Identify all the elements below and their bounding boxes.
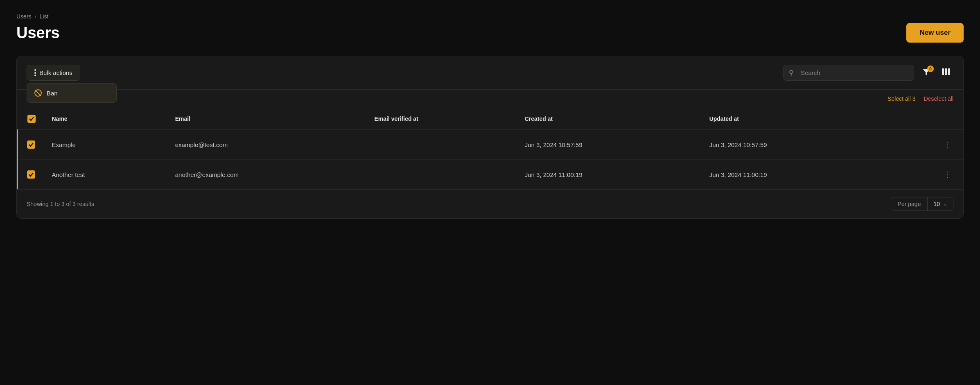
column-actions	[886, 108, 963, 130]
row-actions-cell: ⋮	[886, 130, 963, 160]
breadcrumb-chevron: ›	[35, 14, 36, 19]
columns-button[interactable]	[939, 64, 953, 81]
toolbar-left: Bulk actions Ban	[27, 65, 80, 81]
breadcrumb-parent[interactable]: Users	[16, 13, 32, 20]
column-email: Email	[167, 108, 366, 130]
column-created-at: Created at	[517, 108, 701, 130]
page-title: Users	[16, 24, 60, 42]
column-name: Name	[44, 108, 167, 130]
chevron-down-icon: ⌄	[943, 201, 947, 207]
svg-rect-2	[948, 68, 950, 75]
row-menu-button[interactable]: ⋮	[940, 168, 955, 181]
per-page-select[interactable]: 10 ⌄	[928, 197, 953, 211]
showing-text: Showing 1 to 3 of 3 results	[27, 201, 94, 207]
per-page-label: Per page	[891, 197, 928, 211]
search-icon: ⚲	[789, 69, 794, 77]
toolbar: Bulk actions Ban ⚲ 0	[17, 56, 963, 90]
row-email: another@example.com	[167, 160, 366, 190]
row-name: Another test	[44, 160, 167, 190]
ban-icon	[34, 89, 42, 97]
select-all-checkbox[interactable]	[27, 115, 36, 123]
search-input[interactable]	[783, 65, 914, 81]
bulk-actions-dropdown: Ban	[27, 83, 117, 103]
row-checkbox[interactable]	[27, 140, 35, 149]
bulk-actions-label: Bulk actions	[39, 69, 72, 76]
table-row: Another test another@example.com Jun 3, …	[18, 160, 964, 190]
filter-badge: 0	[927, 66, 934, 72]
search-wrapper: ⚲	[783, 65, 914, 81]
dots-icon	[34, 69, 36, 76]
select-all-button[interactable]: Select all 3	[887, 95, 915, 102]
row-checkbox-cell	[18, 130, 44, 160]
columns-icon	[941, 67, 951, 77]
row-actions-cell: ⋮	[886, 160, 963, 190]
per-page-control: Per page 10 ⌄	[891, 197, 953, 211]
page-header: Users New user	[16, 23, 964, 43]
ban-menu-item[interactable]: Ban	[27, 84, 116, 102]
ban-label: Ban	[47, 90, 58, 97]
row-updated-at: Jun 3, 2024 10:57:59	[701, 130, 886, 160]
row-email: example@test.com	[167, 130, 366, 160]
per-page-value: 10	[933, 201, 940, 207]
row-created-at: Jun 3, 2024 10:57:59	[517, 130, 701, 160]
row-updated-at: Jun 3, 2024 11:00:19	[701, 160, 886, 190]
row-checkbox-cell	[18, 160, 44, 190]
row-checkbox[interactable]	[27, 170, 35, 179]
svg-rect-0	[942, 68, 944, 75]
row-name: Example	[44, 130, 167, 160]
row-created-at: Jun 3, 2024 11:00:19	[517, 160, 701, 190]
select-all-row: Select all 3 Deselect all	[17, 90, 963, 108]
column-email-verified: Email verified at	[366, 108, 516, 130]
deselect-all-button[interactable]: Deselect all	[924, 95, 953, 102]
table-footer: Showing 1 to 3 of 3 results Per page 10 …	[17, 189, 963, 218]
row-email-verified	[366, 160, 516, 190]
bulk-actions-button[interactable]: Bulk actions	[27, 65, 80, 81]
users-table: Name Email Email verified at Created at …	[17, 108, 963, 189]
row-email-verified	[366, 130, 516, 160]
filter-button[interactable]: 0	[919, 65, 934, 81]
svg-rect-1	[945, 68, 947, 75]
toolbar-right: ⚲ 0	[783, 64, 953, 81]
column-updated-at: Updated at	[701, 108, 886, 130]
new-user-button[interactable]: New user	[906, 23, 964, 43]
table-row: Example example@test.com Jun 3, 2024 10:…	[18, 130, 964, 160]
row-menu-button[interactable]: ⋮	[940, 138, 955, 151]
column-checkbox	[18, 108, 44, 130]
breadcrumb-current: List	[40, 13, 49, 20]
main-card: Bulk actions Ban ⚲ 0	[16, 56, 964, 219]
breadcrumb: Users › List	[16, 13, 964, 20]
